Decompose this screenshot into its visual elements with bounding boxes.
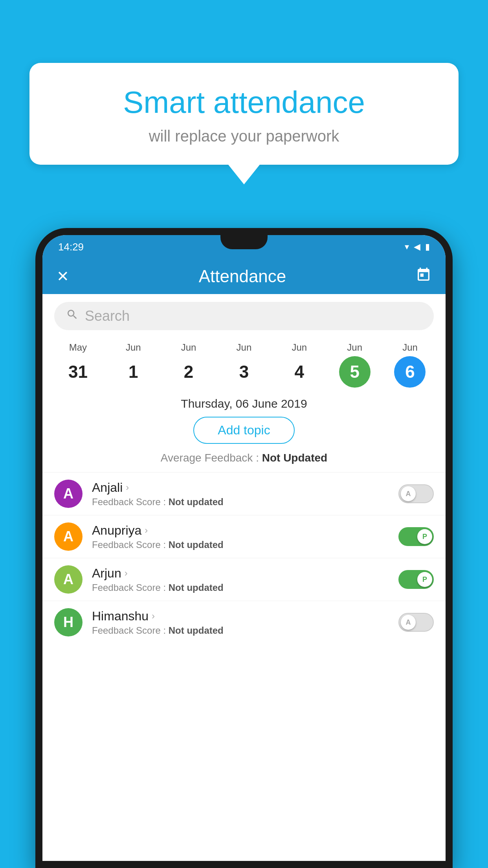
attendance-toggle[interactable]: P <box>398 570 434 589</box>
chevron-right-icon: › <box>145 525 148 536</box>
student-feedback: Feedback Score : Not updated <box>92 539 398 550</box>
calendar-day[interactable]: Jun4 <box>284 342 315 388</box>
speech-bubble-subtitle: will replace your paperwork <box>53 127 435 145</box>
student-name: Anjali › <box>92 480 398 495</box>
day-month-label: Jun <box>126 342 141 353</box>
avatar: A <box>54 565 83 594</box>
student-feedback: Feedback Score : Not updated <box>92 497 398 508</box>
avatar: A <box>54 522 83 551</box>
signal-icon: ◀ <box>414 242 420 252</box>
student-feedback: Feedback Score : Not updated <box>92 582 398 593</box>
calendar-day[interactable]: Jun3 <box>228 342 260 388</box>
calendar-day[interactable]: Jun2 <box>173 342 204 388</box>
selected-date: Thursday, 06 June 2019 <box>42 397 446 410</box>
speech-bubble-title: Smart attendance <box>53 85 435 120</box>
toggle-knob: P <box>417 529 432 544</box>
day-month-label: Jun <box>237 342 252 353</box>
search-placeholder: Search <box>85 308 130 324</box>
calendar-day[interactable]: Jun5 <box>339 342 371 388</box>
app-title: Attendance <box>199 267 286 286</box>
day-month-label: May <box>69 342 87 353</box>
student-name: Anupriya › <box>92 523 398 538</box>
student-feedback: Feedback Score : Not updated <box>92 625 398 636</box>
attendance-toggle[interactable]: P <box>398 527 434 546</box>
student-info: Anjali ›Feedback Score : Not updated <box>92 480 398 508</box>
status-icons: ▾ ◀ ▮ <box>405 242 430 252</box>
app-bar: ✕ Attendance <box>42 259 446 294</box>
wifi-icon: ▾ <box>405 242 409 252</box>
day-month-label: Jun <box>181 342 196 353</box>
average-feedback: Average Feedback : Not Updated <box>42 452 446 464</box>
toggle-knob: A <box>401 486 416 501</box>
day-number[interactable]: 31 <box>62 356 94 388</box>
day-number[interactable]: 1 <box>117 356 149 388</box>
day-month-label: Jun <box>347 342 362 353</box>
calendar-day[interactable]: Jun1 <box>117 342 149 388</box>
avg-feedback-value: Not Updated <box>262 452 327 464</box>
student-list: AAnjali ›Feedback Score : Not updatedAAA… <box>42 472 446 644</box>
close-icon[interactable]: ✕ <box>57 268 69 285</box>
student-item[interactable]: HHimanshu ›Feedback Score : Not updatedA <box>42 601 446 644</box>
phone-screen: 14:29 ▾ ◀ ▮ ✕ Attendance S <box>42 235 446 861</box>
calendar-day[interactable]: Jun6 <box>394 342 426 388</box>
add-topic-button[interactable]: Add topic <box>193 417 294 444</box>
speech-bubble-container: Smart attendance will replace your paper… <box>29 63 459 184</box>
speech-bubble-arrow <box>228 165 260 184</box>
calendar-row: May31Jun1Jun2Jun3Jun4Jun5Jun6 <box>42 338 446 388</box>
phone-notch <box>220 235 268 249</box>
phone-frame: 14:29 ▾ ◀ ▮ ✕ Attendance S <box>35 228 453 868</box>
day-number[interactable]: 2 <box>173 356 204 388</box>
day-number[interactable]: 4 <box>284 356 315 388</box>
day-number[interactable]: 5 <box>339 356 371 388</box>
avatar: H <box>54 608 83 636</box>
battery-icon: ▮ <box>425 242 430 252</box>
student-info: Anupriya ›Feedback Score : Not updated <box>92 523 398 550</box>
student-item[interactable]: AArjun ›Feedback Score : Not updatedP <box>42 558 446 601</box>
toggle-knob: P <box>417 572 432 587</box>
student-info: Himanshu ›Feedback Score : Not updated <box>92 609 398 636</box>
day-number[interactable]: 3 <box>228 356 260 388</box>
search-bar[interactable]: Search <box>54 302 434 330</box>
avg-feedback-label: Average Feedback : <box>161 452 259 464</box>
calendar-day[interactable]: May31 <box>62 342 94 388</box>
day-month-label: Jun <box>292 342 307 353</box>
attendance-toggle[interactable]: A <box>398 613 434 632</box>
chevron-right-icon: › <box>126 482 129 493</box>
calendar-icon[interactable] <box>416 267 431 286</box>
chevron-right-icon: › <box>125 568 128 579</box>
student-item[interactable]: AAnjali ›Feedback Score : Not updatedA <box>42 472 446 515</box>
day-month-label: Jun <box>402 342 418 353</box>
student-item[interactable]: AAnupriya ›Feedback Score : Not updatedP <box>42 515 446 558</box>
day-number[interactable]: 6 <box>394 356 426 388</box>
status-time: 14:29 <box>58 241 84 253</box>
search-icon <box>66 308 79 324</box>
attendance-toggle[interactable]: A <box>398 484 434 503</box>
toggle-knob: A <box>401 615 416 630</box>
student-name: Arjun › <box>92 566 398 581</box>
speech-bubble: Smart attendance will replace your paper… <box>29 63 459 165</box>
student-name: Himanshu › <box>92 609 398 623</box>
student-info: Arjun ›Feedback Score : Not updated <box>92 566 398 593</box>
avatar: A <box>54 480 83 508</box>
chevron-right-icon: › <box>152 611 155 622</box>
